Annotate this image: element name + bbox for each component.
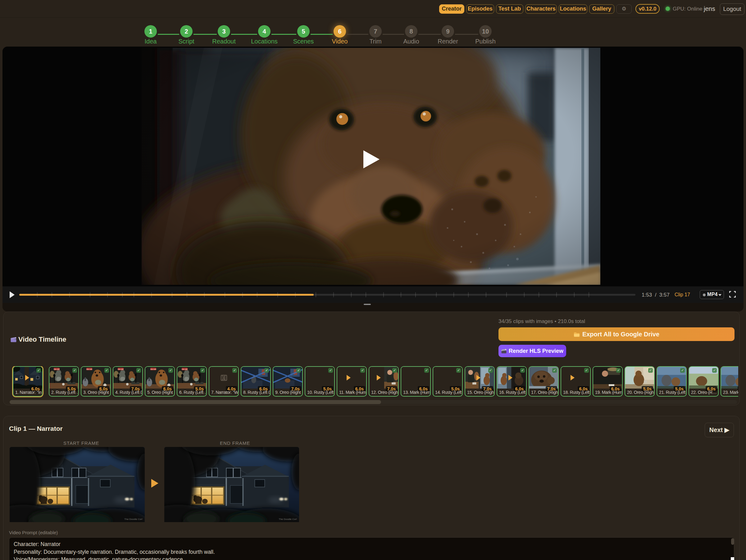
svg-text:The Doodle Cor!: The Doodle Cor! bbox=[124, 518, 143, 521]
svg-text:The Doodle Cor!: The Doodle Cor! bbox=[279, 518, 297, 521]
svg-text:ON AIR: ON AIR bbox=[182, 368, 188, 370]
svg-text:ON AIR: ON AIR bbox=[86, 368, 92, 370]
svg-text:ON AIR: ON AIR bbox=[54, 368, 60, 370]
svg-text:ON AIR: ON AIR bbox=[118, 368, 124, 370]
svg-text:ON AIR: ON AIR bbox=[150, 368, 156, 370]
